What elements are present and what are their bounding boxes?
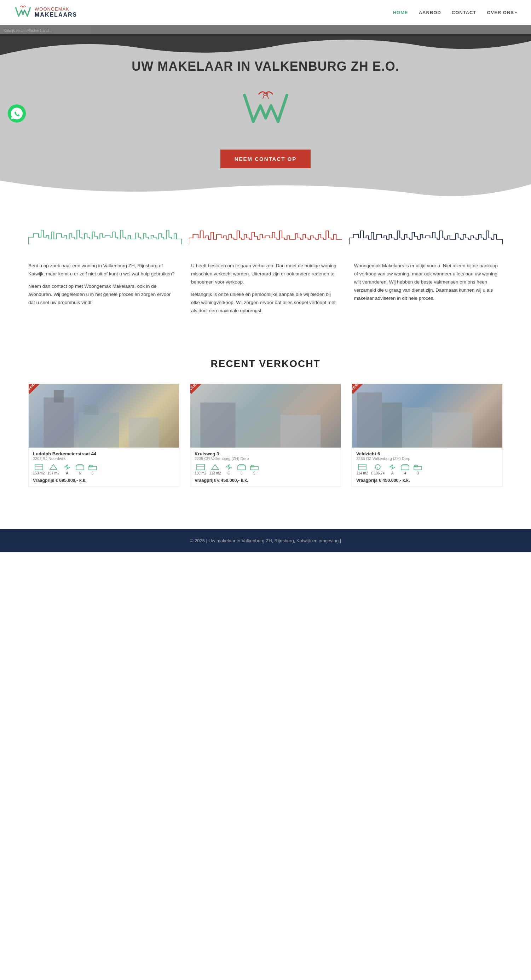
energy-icon xyxy=(62,463,72,471)
svg-rect-7 xyxy=(54,390,64,402)
service-cost-icon: € xyxy=(373,463,383,471)
info-section: Bent u op zoek naar een woning in Valken… xyxy=(0,202,531,351)
spec-bedrooms-2: 5 xyxy=(249,463,259,475)
svg-rect-9 xyxy=(84,405,99,415)
info-col1-p1: Bent u op zoek naar een woning in Valken… xyxy=(28,262,177,278)
svg-point-3 xyxy=(266,93,267,94)
spec-floor-area-1: 153 m2 xyxy=(33,463,45,475)
spec-energy-3: A xyxy=(387,463,397,475)
svg-rect-6 xyxy=(44,398,74,447)
spec-bedrooms-1: 5 xyxy=(88,463,98,475)
skyline-green xyxy=(28,223,182,244)
nav-contact[interactable]: CONTACT xyxy=(452,10,477,15)
spec-bedrooms-3: 3 xyxy=(413,463,423,475)
building-silhouette-1 xyxy=(29,388,179,447)
brand-bottom: MAKELAARS xyxy=(35,12,77,18)
nav-home[interactable]: HOME xyxy=(393,10,408,15)
info-col2-p1: U heeft besloten om te gaan verhuizen. D… xyxy=(191,262,340,286)
property-img-wrap-2: VERKOCHT xyxy=(190,384,341,447)
logo[interactable]: WOONGEMAK MAKELAARS xyxy=(14,3,77,21)
rooms-icon xyxy=(75,463,85,471)
svg-text:€: € xyxy=(377,466,378,469)
rooms-icon-2 xyxy=(237,463,247,471)
svg-rect-11 xyxy=(35,464,43,470)
building-silhouette-2 xyxy=(190,388,341,447)
svg-rect-13 xyxy=(76,466,84,470)
svg-rect-17 xyxy=(236,407,281,447)
property-city-3: 2235 OZ Valkenburg (ZH) Dorp xyxy=(356,457,498,461)
skyline-dark xyxy=(349,223,503,244)
info-columns: Bent u op zoek naar een woning in Valken… xyxy=(28,262,503,319)
nav-aanbod[interactable]: AANBOD xyxy=(419,10,441,15)
svg-rect-16 xyxy=(200,402,235,447)
nav-over-ons[interactable]: OVER ONS xyxy=(487,10,514,15)
property-info-1: Ludolph Berkemeierstraat 44 2202 RJ Noor… xyxy=(29,447,179,487)
spec-plot-area-2: 113 m2 xyxy=(209,463,221,475)
svg-rect-10 xyxy=(129,417,159,447)
svg-line-5 xyxy=(268,96,268,99)
floor-area-icon xyxy=(34,463,44,471)
spec-service-cost-3: € € 196,74 xyxy=(371,463,384,475)
site-footer: © 2025 | Uw makelaar in Valkenburg ZH, R… xyxy=(0,529,531,552)
spec-floor-area-3: 114 m2 xyxy=(356,463,368,475)
property-city-2: 2235 CR Valkenburg (ZH) Dorp xyxy=(195,457,336,461)
brand-top: WOONGEMAK xyxy=(35,7,77,12)
logo-icon xyxy=(14,3,32,21)
contact-cta-button[interactable]: NEEM CONTACT OP xyxy=(220,150,311,168)
svg-rect-24 xyxy=(357,393,382,447)
whatsapp-button[interactable] xyxy=(7,104,27,123)
svg-line-4 xyxy=(263,96,264,99)
property-city-1: 2202 RJ Noordwijk xyxy=(33,457,175,461)
property-price-2: Vraagprijs € 450.000,- k.k. xyxy=(195,478,336,483)
svg-rect-25 xyxy=(382,402,402,447)
skyline-red xyxy=(189,223,343,244)
property-card-2[interactable]: VERKOCHT Kruisweg 3 2235 CR Valkenburg (… xyxy=(190,383,341,487)
info-col3-p1: Woongemak Makelaars is er altijd voor u.… xyxy=(354,262,503,302)
plot-area-icon xyxy=(48,463,58,471)
footer-text: © 2025 | Uw makelaar in Valkenburg ZH, R… xyxy=(190,538,341,543)
chevron-down-icon: ▾ xyxy=(515,11,517,14)
info-col1-p2: Neem dan contact op met Woongemak Makela… xyxy=(28,283,177,307)
spec-energy-1: A xyxy=(62,463,72,475)
spec-rooms-1: 6 xyxy=(75,463,85,475)
property-address-2: Kruisweg 3 xyxy=(195,451,336,457)
whatsapp-icon xyxy=(7,104,27,123)
info-col-3: Woongemak Makelaars is er altijd voor u.… xyxy=(354,262,503,319)
svg-rect-27 xyxy=(432,412,472,447)
property-img-wrap-3: VERKOCHT xyxy=(352,384,502,447)
svg-rect-8 xyxy=(79,412,119,447)
property-info-3: Veldzicht 6 2235 OZ Valkenburg (ZH) Dorp… xyxy=(352,447,502,487)
floor-area-icon-3 xyxy=(357,463,367,471)
svg-rect-32 xyxy=(401,466,409,470)
energy-icon-2 xyxy=(224,463,234,471)
bedrooms-icon-2 xyxy=(249,463,259,471)
property-card-3[interactable]: VERKOCHT Veldzicht 6 2235 OZ Valkenburg … xyxy=(352,383,503,487)
property-specs-1: 153 m2 197 m2 A xyxy=(33,463,175,475)
property-card-1[interactable]: VERKOCHT Ludolph Berkemeierstraat 44 220… xyxy=(28,383,179,487)
bottom-spacer xyxy=(0,508,531,529)
hero-title: UW MAKELAAR IN VALKENBURG ZH E.O. xyxy=(132,59,399,74)
svg-rect-26 xyxy=(402,407,432,447)
wave-top-decoration xyxy=(0,34,531,55)
property-price-1: Vraagprijs € 695.000,- k.k. xyxy=(33,478,175,483)
info-col-2: U heeft besloten om te gaan verhuizen. D… xyxy=(191,262,340,319)
nav-over-ons-wrap[interactable]: OVER ONS ▾ xyxy=(487,10,517,15)
svg-rect-21 xyxy=(238,466,246,470)
recent-section: RECENT VERKOCHT VERKOCHT Ludolph xyxy=(0,351,531,508)
logo-text: WOONGEMAK MAKELAARS xyxy=(35,7,77,18)
property-info-2: Kruisweg 3 2235 CR Valkenburg (ZH) Dorp … xyxy=(190,447,341,487)
building-silhouette-3 xyxy=(352,388,502,447)
recent-title: RECENT VERKOCHT xyxy=(28,358,503,369)
info-col2-p2: Belangrijk is onze unieke en persoonlijk… xyxy=(191,291,340,315)
property-img-wrap-1: VERKOCHT xyxy=(29,384,179,447)
site-header: WOONGEMAK MAKELAARS HOME AANBOD CONTACT … xyxy=(0,0,531,25)
plot-area-icon-2 xyxy=(210,463,220,471)
property-price-3: Vraagprijs € 450.000,- k.k. xyxy=(356,478,498,483)
properties-grid: VERKOCHT Ludolph Berkemeierstraat 44 220… xyxy=(28,383,503,487)
hero-section: Katwijk op den Rladne 1 and... UW MAKELA… xyxy=(0,25,531,202)
rooms-icon-3 xyxy=(400,463,410,471)
spec-energy-2: C xyxy=(224,463,234,475)
floor-area-icon-2 xyxy=(196,463,206,471)
hero-logo xyxy=(238,88,294,135)
bedrooms-icon xyxy=(88,463,98,471)
